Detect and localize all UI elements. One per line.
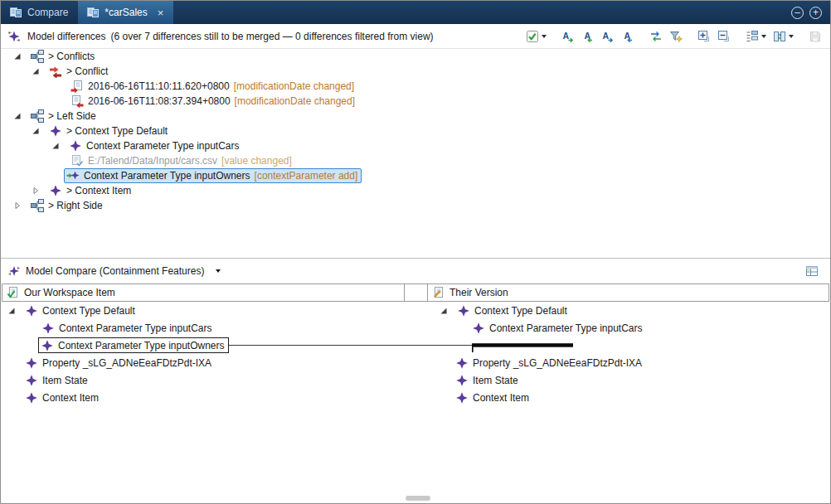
model-differences-icon <box>7 30 21 43</box>
tree-row-label: > Conflict <box>66 65 108 77</box>
filter-differences-button[interactable] <box>668 27 684 46</box>
twistie-expanded-icon[interactable] <box>51 141 61 151</box>
tree-row-label: Context Item <box>42 392 99 404</box>
diamond-icon <box>49 124 62 138</box>
diamond-icon <box>455 391 469 405</box>
tree-row-label: > Conflicts <box>48 51 95 62</box>
compare-row-input-cars[interactable]: Context Parameter Type inputCars <box>429 319 829 337</box>
tree-row-conflicts[interactable]: > Conflicts <box>1 49 830 64</box>
compare-editor-icon <box>86 6 100 19</box>
tree-row-label: 2016-06-16T11:10:11.620+0800 <box>88 80 230 92</box>
compare-row-context-item[interactable]: Context Item <box>2 389 404 406</box>
diamond-icon <box>25 374 38 387</box>
compare-filters-menu-button[interactable] <box>771 27 795 46</box>
value-changed-icon <box>70 154 84 167</box>
collapse-all-icon <box>717 30 731 43</box>
insertion-point-row <box>429 337 829 354</box>
group-differences-menu-button[interactable] <box>744 27 768 46</box>
expand-all-button[interactable] <box>696 27 712 46</box>
modification-right-arrow-icon <box>70 80 84 93</box>
tree-row-conflict[interactable]: > Conflict <box>1 64 830 79</box>
twistie-expanded-icon[interactable] <box>31 126 41 136</box>
twistie-expanded-icon[interactable] <box>7 306 17 316</box>
diamond-icon <box>41 339 54 352</box>
compare-editor-window: Compare *carSales × – + Model difference… <box>0 0 831 504</box>
diamond-icon <box>41 322 55 335</box>
tree-group-icon <box>31 199 44 212</box>
center-column-header <box>404 284 428 302</box>
diamond-icon <box>472 322 485 335</box>
table-view-icon[interactable] <box>805 264 819 278</box>
tab-carsales[interactable]: *carSales × <box>78 1 173 24</box>
twistie-expanded-icon[interactable] <box>31 66 41 76</box>
merge-right-button[interactable]: A <box>560 27 576 46</box>
merge-left-button[interactable]: A <box>580 27 596 46</box>
apply-all-changes-button[interactable] <box>648 27 664 46</box>
tree-row-label: Context Item <box>473 392 529 404</box>
tree-group-icon <box>31 50 44 63</box>
a-merge-left-blue-icon: A <box>621 30 634 43</box>
twistie-collapsed-icon[interactable] <box>31 186 41 196</box>
compare-row-input-cars[interactable]: Context Parameter Type inputCars <box>2 319 404 337</box>
compare-row-item-state[interactable]: Item State <box>429 371 829 389</box>
maximize-view-button[interactable]: + <box>809 7 822 19</box>
merge-all-right-button[interactable]: A <box>600 27 616 46</box>
model-differences-toolbar: Model differences (6 over 7 differences … <box>1 24 830 49</box>
tree-row-left-side[interactable]: > Left Side <box>1 109 830 124</box>
tree-row-modification-date-2[interactable]: 2016-06-16T11:08:37.394+0800[modificatio… <box>1 94 830 109</box>
compare-row-property[interactable]: Property _sLG_ADNeEeaFDtzPdt-IXA <box>429 354 829 371</box>
view-window-buttons: – + <box>791 1 830 24</box>
save-comparison-button[interactable] <box>807 27 824 46</box>
a-merge-right-blue-icon: A <box>601 30 615 43</box>
tree-row-label: Item State <box>473 375 518 386</box>
diamond-icon <box>49 184 62 197</box>
group-menu-icon <box>746 30 759 43</box>
left-column-label: Our Workspace Item <box>24 287 115 298</box>
editor-tab-bar: Compare *carSales × – + <box>1 1 830 24</box>
show-merged-differences-button[interactable] <box>524 27 548 46</box>
twistie-expanded-icon[interactable] <box>439 306 449 316</box>
compare-row-item-state[interactable]: Item State <box>2 371 404 389</box>
tree-row-input-cars[interactable]: Context Parameter Type inputCars <box>1 138 830 153</box>
dropdown-arrow-icon[interactable] <box>761 35 766 38</box>
twistie-expanded-icon[interactable] <box>12 51 22 61</box>
tree-row-label: Context Parameter Type inputCars <box>59 322 212 334</box>
compare-row-context-type-default[interactable]: Context Type Default <box>2 302 404 319</box>
right-column-header: Their Version <box>427 284 829 302</box>
horizontal-scrollbar-thumb[interactable] <box>406 496 430 501</box>
twistie-expanded-icon[interactable] <box>12 111 22 121</box>
svg-text:A: A <box>563 30 570 40</box>
tree-row-modification-date-1[interactable]: 2016-06-16T11:10:11.620+0800[modificatio… <box>1 79 830 94</box>
twistie-collapsed-icon[interactable] <box>12 201 22 211</box>
compare-row-input-owners[interactable]: Context Parameter Type inputOwners <box>2 337 404 354</box>
tab-close-icon[interactable]: × <box>158 7 164 18</box>
toolbar-button-strip: AAAA <box>521 27 824 46</box>
compare-row-context-type-default[interactable]: Context Type Default <box>429 302 829 319</box>
tree-row-right-side[interactable]: > Right Side <box>1 198 830 213</box>
dropdown-arrow-icon[interactable] <box>542 35 547 38</box>
minimize-view-button[interactable]: – <box>791 7 804 19</box>
collapse-all-button[interactable] <box>716 27 732 46</box>
compare-editor-icon <box>9 6 22 19</box>
modification-left-arrow-icon <box>70 94 84 108</box>
tree-row-label: Property _sLG_ADNeEeaFDtzPdt-IXA <box>473 357 642 369</box>
diff-annotation: [modificationDate changed] <box>235 95 355 107</box>
compare-header-dropdown-icon[interactable] <box>216 269 221 273</box>
workspace-item-icon <box>7 286 20 299</box>
model-compare-header: Model Compare (Containment Features) <box>1 259 830 284</box>
tree-row-label: > Right Side <box>48 200 103 211</box>
tree-row-label: Item State <box>42 375 88 386</box>
filter-warning-icon <box>669 30 683 43</box>
tree-row-cars-csv[interactable]: E:/Talend/Data/Input/cars.csv[value chan… <box>1 153 830 168</box>
their-version-tree: Context Type DefaultContext Parameter Ty… <box>429 302 829 411</box>
compare-row-property[interactable]: Property _sLG_ADNeEeaFDtzPdt-IXA <box>2 354 404 371</box>
tree-row-input-owners[interactable]: Context Parameter Type inputOwners[conte… <box>1 168 830 183</box>
tree-row-context-item[interactable]: > Context Item <box>1 183 830 198</box>
compare-row-context-item[interactable]: Context Item <box>429 389 829 406</box>
merge-all-left-button[interactable]: A <box>620 27 636 46</box>
tree-row-context-type-default[interactable]: > Context Type Default <box>1 124 830 138</box>
dropdown-arrow-icon[interactable] <box>789 35 794 38</box>
diamond-icon <box>457 304 470 317</box>
tab-compare[interactable]: Compare <box>1 1 78 24</box>
containment-features-icon <box>7 264 21 278</box>
